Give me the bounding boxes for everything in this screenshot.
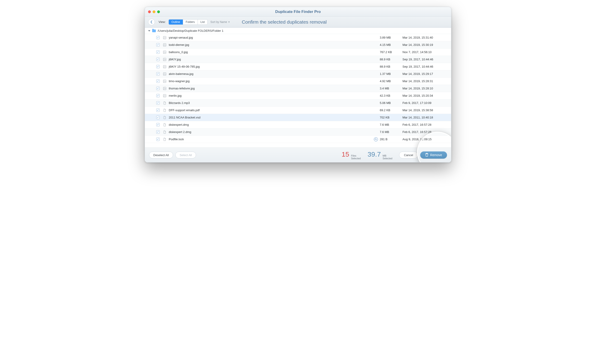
file-name: Blizzards 2.mp3 (169, 101, 380, 105)
file-row[interactable]: ✓merlin.jpg42.3 KBMar 14, 2019, 15:20:34 (145, 92, 451, 99)
file-size: 5.06 MB (380, 101, 402, 105)
file-row[interactable]: ✓diskexpert 2.dmg7.6 MBFeb 6, 2017, 16:5… (145, 128, 451, 136)
file-row[interactable]: ✓yanapi-senaud.jpg3.89 MBMar 14, 2019, 1… (145, 34, 451, 41)
file-row[interactable]: ✓2011 NCAA Bracket.vsd702 KBMar 14, 2011… (145, 114, 451, 121)
files-selected-label: Files Selected (351, 154, 361, 160)
file-row[interactable]: ✓Blizzards 2.mp35.06 MBFeb 9, 2017, 17:1… (145, 99, 451, 107)
sort-dropdown[interactable]: Sort by Name ▼ (210, 21, 230, 24)
file-date: Aug 9, 2018, 12:09:15 (402, 138, 448, 141)
file-row[interactable]: ✓j6iKIY.jpg88.9 KBSep 19, 2017, 10:44:46 (145, 56, 451, 63)
size-selected-label: MB Selected (383, 154, 393, 160)
file-row[interactable]: ✓diskexpert.dmg7.6 MBFeb 6, 2017, 16:57:… (145, 121, 451, 128)
close-window-button[interactable] (148, 10, 151, 13)
file-size: 42.3 KB (380, 94, 402, 97)
file-size: 767.2 KB (380, 50, 402, 54)
file-row[interactable]: ✓j6iKIY 15-49-06-785.jpg88.9 KBSep 19, 2… (145, 63, 451, 70)
file-checkbox[interactable]: ✓ (156, 138, 160, 141)
file-checkbox[interactable]: ✓ (156, 130, 160, 134)
file-date: Mar 14, 2019, 15:38:58 (402, 109, 448, 112)
traffic-lights (148, 10, 160, 13)
file-checkbox[interactable]: ✓ (156, 87, 160, 90)
generic-file-icon (163, 123, 166, 127)
file-checkbox[interactable]: ✓ (156, 101, 160, 105)
file-size: 7.6 MB (380, 123, 402, 126)
deselect-all-button[interactable]: Deselect All (149, 152, 173, 158)
view-outline-tab[interactable]: Outline (169, 20, 183, 24)
view-folders-tab[interactable]: Folders (183, 20, 198, 24)
file-checkbox[interactable]: ✓ (156, 94, 160, 97)
view-list-tab[interactable]: List (198, 20, 208, 24)
file-name: DFF-support emails.pdf (169, 109, 380, 112)
file-date: Mar 14, 2019, 15:30:19 (402, 43, 448, 46)
file-name: Podfile.lock (169, 138, 374, 141)
file-row[interactable]: ✓DFF-support emails.pdf69.2 KBMar 14, 20… (145, 107, 451, 114)
file-row[interactable]: ✓balloons_0.jpg767.2 KBNov 7, 2017, 14:5… (145, 49, 451, 56)
disclosure-triangle-icon[interactable] (148, 30, 150, 32)
file-name: alvin-balemesa.jpg (169, 72, 380, 76)
generic-file-icon (163, 138, 166, 141)
app-title: Duplicate File Finder Pro (145, 9, 451, 14)
file-date: Feb 6, 2017, 16:57:28 (402, 123, 448, 126)
file-checkbox[interactable]: ✓ (156, 36, 160, 39)
image-file-icon (163, 58, 166, 61)
svg-point-5 (164, 51, 164, 52)
image-file-icon (163, 36, 166, 39)
cancel-button[interactable]: Cancel (399, 152, 418, 158)
file-checkbox[interactable]: ✓ (156, 43, 160, 46)
file-name: balloons_0.jpg (169, 50, 380, 54)
file-row[interactable]: ✓todd-diemer.jpg4.15 MBMar 14, 2019, 15:… (145, 41, 451, 49)
file-name: todd-diemer.jpg (169, 43, 380, 46)
svg-point-15 (164, 87, 164, 88)
remove-label: Remove (430, 153, 442, 157)
file-size: 7.6 MB (380, 130, 402, 134)
file-checkbox[interactable]: ✓ (156, 116, 160, 119)
image-file-icon (163, 72, 166, 76)
zoom-window-button[interactable] (157, 10, 160, 13)
file-date: Mar 14, 2019, 15:31:40 (402, 36, 448, 39)
file-date: Mar 14, 2019, 15:28:31 (402, 80, 448, 83)
generic-file-icon (163, 130, 166, 134)
image-file-icon (163, 50, 166, 54)
svg-point-3 (164, 44, 164, 44)
back-button[interactable] (148, 19, 155, 25)
folder-header[interactable]: /Users/julia/Desktop/Duplicate FOLDERS/F… (145, 28, 451, 34)
image-file-icon (163, 43, 166, 47)
file-row[interactable]: ✓thomas-lefebvre.jpg3.4 MBMar 14, 2019, … (145, 85, 451, 92)
file-date: Sep 19, 2017, 10:44:46 (402, 65, 448, 68)
file-date: Sep 19, 2017, 10:44:46 (402, 58, 448, 61)
file-name: diskexpert.dmg (169, 123, 380, 126)
file-checkbox[interactable]: ✓ (156, 58, 160, 61)
file-row[interactable]: ✓Podfile.lock281 BAug 9, 2018, 12:09:15 (145, 136, 451, 143)
file-size: 88.9 KB (380, 65, 402, 68)
svg-point-13 (164, 80, 164, 81)
file-size: 69.2 KB (380, 109, 402, 112)
file-name: j6iKIY.jpg (169, 58, 380, 61)
image-file-icon (163, 87, 166, 90)
select-all-button[interactable]: Select All (175, 152, 196, 158)
file-name: yanapi-senaud.jpg (169, 36, 380, 39)
file-row[interactable]: ✓alvin-balemesa.jpg1.37 MBMar 14, 2019, … (145, 70, 451, 78)
file-checkbox[interactable]: ✓ (156, 123, 160, 126)
generic-file-icon (163, 101, 166, 105)
file-checkbox[interactable]: ✓ (156, 50, 160, 54)
file-size: 281 B (380, 138, 402, 141)
file-row[interactable]: ✓timo-wagner.jpg4.92 MBMar 14, 2019, 15:… (145, 78, 451, 85)
file-checkbox[interactable]: ✓ (156, 80, 160, 83)
svg-point-9 (164, 66, 164, 66)
svg-point-1 (164, 37, 164, 37)
view-label: View: (158, 20, 166, 24)
file-name: diskexpert 2.dmg (169, 130, 380, 134)
file-date: Mar 14, 2011, 10:40:18 (402, 116, 448, 119)
files-selected-count: 15 (342, 150, 349, 158)
reveal-in-finder-icon[interactable] (374, 137, 378, 141)
remove-button[interactable]: Remove (420, 151, 447, 159)
file-date: Nov 7, 2017, 14:56:10 (402, 50, 448, 54)
trash-icon (425, 153, 428, 157)
svg-point-18 (375, 138, 376, 140)
file-checkbox[interactable]: ✓ (156, 65, 160, 68)
minimize-window-button[interactable] (153, 10, 155, 13)
folder-icon (152, 29, 156, 32)
file-checkbox[interactable]: ✓ (156, 72, 160, 76)
file-checkbox[interactable]: ✓ (156, 109, 160, 112)
file-size: 3.89 MB (380, 36, 402, 39)
